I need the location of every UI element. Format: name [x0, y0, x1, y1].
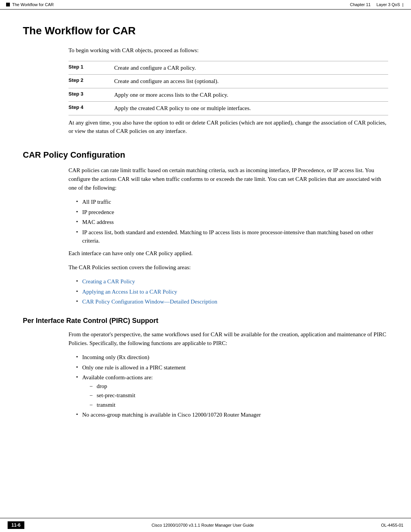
step-note-text: At any given time, you also have the opt…	[68, 120, 386, 134]
car-policy-intro: CAR policies can rate limit traffic base…	[68, 166, 388, 193]
car-policy-links-list: Creating a CAR Policy Applying an Access…	[76, 277, 388, 306]
section-label: Layer 3 QoS	[376, 2, 400, 7]
car-policy-config-window-link[interactable]: CAR Policy Configuration Window—Detailed…	[82, 299, 217, 305]
list-item: Only one rule is allowed in a PIRC state…	[76, 363, 388, 372]
list-item: All IP traffic	[76, 198, 388, 206]
list-item: transmit	[90, 401, 388, 409]
step-content-1: Create and configure a CAR policy.	[114, 64, 388, 72]
list-item[interactable]: Creating a CAR Policy	[76, 277, 388, 286]
step-label-4: Step 4	[68, 104, 114, 110]
list-item: IP precedence	[76, 208, 388, 217]
page-number: 11-6	[8, 521, 24, 529]
list-item: Available conform-actions are: drop set-…	[76, 373, 388, 409]
step-label-1: Step 1	[68, 64, 114, 70]
footer: 11-6 Cisco 12000/10700 v3.1.1 Router Man…	[0, 518, 411, 532]
pirc-bullet-list: Incoming only (Rx direction) Only one ru…	[76, 353, 388, 419]
step-content-3: Apply one or more access lists to the CA…	[114, 91, 388, 99]
list-item: MAC address	[76, 218, 388, 227]
steps-section: Step 1 Create and configure a CAR policy…	[68, 61, 388, 139]
pirc-heading: Per Interface Rate Control (PIRC) Suppor…	[23, 317, 388, 325]
breadcrumb-text: The Workflow for CAR	[12, 2, 54, 7]
car-policy-para2: The CAR Policies section covers the foll…	[68, 263, 388, 272]
footer-center-text: Cisco 12000/10700 v3.1.1 Router Manager …	[151, 523, 254, 527]
step-content-4: Apply the created CAR policy to one or m…	[114, 104, 388, 113]
chapter-label: Chapter 11	[350, 2, 371, 7]
step-note: At any given time, you also have the opt…	[68, 115, 388, 139]
step-label-3: Step 3	[68, 91, 114, 97]
pirc-intro: From the operator's perspective, the sam…	[68, 330, 388, 348]
list-item: IP access list, both standard and extend…	[76, 228, 388, 245]
applying-access-list-link[interactable]: Applying an Access List to a CAR Policy	[82, 289, 177, 295]
step-row-3: Step 3 Apply one or more access lists to…	[68, 88, 388, 102]
step-content-2: Create and configure an access list (opt…	[114, 77, 388, 86]
list-item: drop	[90, 382, 388, 391]
car-policy-bullet-list: All IP traffic IP precedence MAC address…	[76, 198, 388, 245]
breadcrumb-area: The Workflow for CAR	[6, 2, 54, 7]
car-policy-heading: CAR Policy Configuration	[23, 150, 388, 160]
breadcrumb-icon	[6, 3, 10, 6]
list-item: set-prec-transmit	[90, 391, 388, 400]
top-bar: The Workflow for CAR Chapter 11 Layer 3 …	[0, 0, 411, 10]
list-item: Incoming only (Rx direction)	[76, 353, 388, 362]
step-row-1: Step 1 Create and configure a CAR policy…	[68, 61, 388, 75]
creating-car-policy-link[interactable]: Creating a CAR Policy	[82, 278, 135, 284]
step-row-2: Step 2 Create and configure an access li…	[68, 74, 388, 88]
chapter-info: Chapter 11 Layer 3 QoS |	[350, 2, 403, 7]
workflow-intro: To begin working with CAR objects, proce…	[68, 46, 388, 55]
car-policy-para1: Each interface can have only one CAR pol…	[68, 249, 388, 258]
workflow-heading: The Workflow for CAR	[23, 25, 388, 37]
step-row-4: Step 4 Apply the created CAR policy to o…	[68, 101, 388, 115]
footer-right-text: OL-4455-01	[381, 523, 403, 527]
main-content: The Workflow for CAR To begin working wi…	[0, 10, 411, 446]
step-label-2: Step 2	[68, 77, 114, 83]
list-item[interactable]: CAR Policy Configuration Window—Detailed…	[76, 297, 388, 306]
list-item[interactable]: Applying an Access List to a CAR Policy	[76, 288, 388, 296]
list-item: No access-group matching is available in…	[76, 411, 388, 419]
pirc-dash-list: drop set-prec-transmit transmit	[90, 382, 388, 409]
